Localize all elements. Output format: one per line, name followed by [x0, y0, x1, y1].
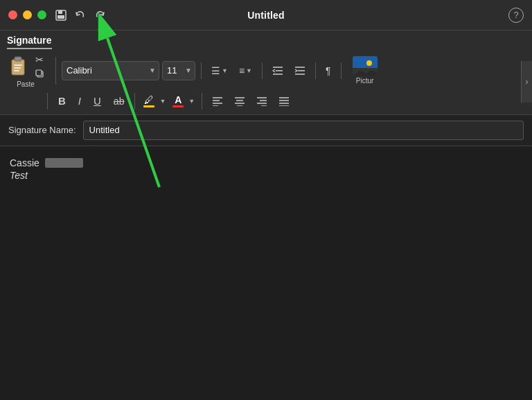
undo-button[interactable] — [73, 8, 88, 23]
toolbar-row-2: B I U ab 🖊 ▼ A — [0, 91, 532, 114]
toolbar-separator-3 — [262, 62, 263, 79]
bold-button[interactable]: B — [53, 92, 71, 110]
underline-button[interactable]: U — [89, 92, 106, 110]
picture-button[interactable]: Pictur — [347, 53, 383, 87]
help-button[interactable]: ? — [508, 8, 524, 23]
signature-header: Signature — [0, 31, 532, 51]
signature-section-label: Signature — [7, 35, 52, 49]
font-family-select[interactable]: Calibri Arial Helvetica Times New Roman — [62, 61, 159, 80]
save-button[interactable] — [53, 8, 69, 23]
window-title: Untitled — [247, 10, 285, 21]
highlight-color-button[interactable]: 🖊 — [141, 94, 157, 109]
toolbar-separator-4 — [315, 62, 316, 79]
paste-label: Paste — [17, 80, 35, 88]
signature-content: Cassie Test — [0, 146, 532, 192]
svg-rect-5 — [14, 64, 22, 66]
highlight-color-bar — [143, 105, 154, 107]
toolbar-area: Signature ✂ — [0, 31, 532, 115]
cut-button[interactable]: ✂ — [33, 53, 46, 66]
signature-line-1: Cassie — [10, 157, 522, 168]
title-bar-actions — [53, 8, 107, 23]
svg-rect-2 — [57, 15, 64, 19]
close-button[interactable] — [8, 10, 17, 19]
decrease-indent-button[interactable] — [268, 62, 287, 80]
paragraph-mark-button[interactable]: ¶ — [321, 62, 335, 80]
toolbar-separator-5 — [341, 62, 342, 79]
font-color-bar — [172, 105, 184, 107]
align-center-button[interactable] — [230, 92, 249, 110]
svg-rect-6 — [14, 67, 21, 69]
signature-name-row: Signature Name: — [0, 115, 532, 146]
redo-button[interactable] — [92, 8, 107, 23]
toolbar-separator-1 — [55, 57, 56, 85]
highlight-group: 🖊 ▼ — [141, 92, 167, 110]
signature-line-2: Test — [10, 170, 522, 181]
toolbar-row-1: ✂ Paste Calibri Arial Helvetica — [0, 51, 532, 91]
font-family-select-wrapper[interactable]: Calibri Arial Helvetica Times New Roman … — [62, 61, 159, 80]
signature-author-name: Cassie — [10, 157, 39, 168]
ordered-list-button[interactable]: ≡▼ — [235, 62, 256, 80]
title-bar: Untitled ? — [0, 0, 532, 31]
signature-name-input[interactable] — [83, 121, 524, 140]
svg-rect-1 — [58, 10, 62, 14]
signature-name-label: Signature Name: — [8, 125, 76, 135]
justify-button[interactable] — [274, 92, 294, 110]
window-controls — [0, 10, 46, 19]
paste-button[interactable] — [6, 54, 30, 79]
font-color-dropdown-button[interactable]: ▼ — [187, 92, 196, 110]
maximize-button[interactable] — [37, 10, 46, 19]
toolbar-separator-8 — [202, 93, 202, 110]
svg-rect-9 — [36, 70, 42, 76]
italic-button[interactable]: I — [73, 92, 86, 110]
svg-rect-7 — [14, 70, 19, 71]
paste-group: ✂ Paste — [6, 53, 46, 88]
copy-button[interactable] — [33, 67, 46, 80]
unordered-list-button[interactable]: ☰▼ — [207, 62, 232, 80]
toolbar-separator-7 — [134, 93, 135, 110]
picture-icon — [353, 56, 378, 76]
align-left-button[interactable] — [208, 92, 227, 110]
toolbar-separator-6 — [47, 93, 48, 110]
highlight-dropdown-button[interactable]: ▼ — [158, 92, 167, 110]
signature-blurred-text — [45, 158, 83, 168]
minimize-button[interactable] — [23, 10, 32, 19]
toolbar-separator-2 — [201, 62, 202, 79]
font-size-select-wrapper[interactable]: 8910 111214 ▼ — [162, 61, 195, 80]
svg-rect-4 — [15, 57, 21, 61]
increase-indent-button[interactable] — [290, 62, 310, 80]
font-color-group: A ▼ — [170, 92, 196, 110]
font-color-button[interactable]: A — [170, 94, 186, 109]
toolbar-scroll-right[interactable]: › — [521, 61, 532, 103]
font-size-select[interactable]: 8910 111214 — [162, 61, 195, 80]
strikethrough-button[interactable]: ab — [109, 92, 130, 110]
align-right-button[interactable] — [252, 92, 272, 110]
